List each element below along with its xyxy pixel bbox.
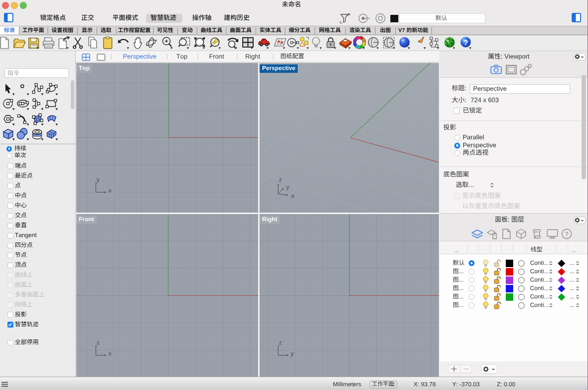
svg-text:?: ?: [565, 231, 569, 238]
svg-text:?: ?: [463, 38, 468, 47]
